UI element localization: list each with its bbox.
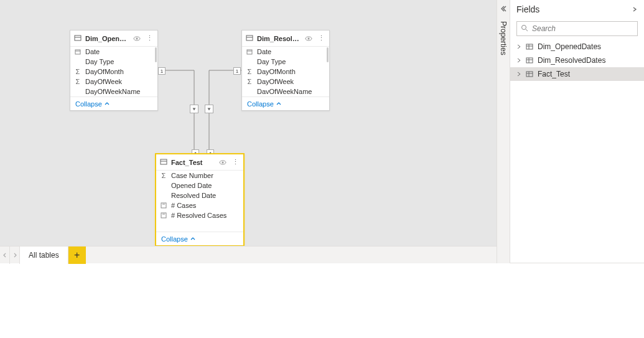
collapse-button[interactable]: Collapse xyxy=(70,96,157,110)
date-icon xyxy=(74,49,82,55)
fields-pane-title: Fields xyxy=(516,4,539,14)
collapse-chevron-icon[interactable] xyxy=(500,4,507,15)
table-icon xyxy=(525,43,534,50)
table-card-dim-opened[interactable]: Dim_OpenedDates ⋮ Date Day Type ΣDayOfMo… xyxy=(70,30,158,111)
field-row[interactable]: Day Type xyxy=(242,57,329,67)
table-title: Dim_OpenedDates xyxy=(85,35,129,42)
collapse-button[interactable]: Collapse xyxy=(156,232,243,245)
svg-rect-18 xyxy=(161,213,166,218)
table-title: Fact_Test xyxy=(171,159,215,166)
field-table-dim-opened[interactable]: Dim_OpenedDates xyxy=(510,40,644,54)
table-icon xyxy=(246,34,253,43)
chevron-right-icon xyxy=(516,44,521,49)
field-row[interactable]: Date xyxy=(70,47,157,57)
sigma-icon: Σ xyxy=(74,78,82,85)
search-input[interactable] xyxy=(532,24,633,33)
expand-chevron-icon[interactable] xyxy=(632,4,638,15)
sigma-icon: Σ xyxy=(246,78,253,85)
table-title: Dim_ResolvedDates xyxy=(257,35,301,42)
svg-rect-12 xyxy=(161,159,167,164)
svg-point-9 xyxy=(308,37,310,39)
svg-rect-0 xyxy=(75,35,81,40)
date-icon xyxy=(246,49,253,55)
cardinality-one: 1 xyxy=(158,67,166,75)
scrollbar[interactable] xyxy=(327,47,329,62)
table-icon xyxy=(525,57,534,64)
sigma-icon: Σ xyxy=(74,68,82,75)
svg-point-20 xyxy=(522,26,526,30)
chevron-right-icon xyxy=(516,72,521,77)
field-row[interactable]: Opened Date xyxy=(156,181,243,190)
field-row[interactable]: DayOfWeekName xyxy=(70,87,157,96)
svg-rect-4 xyxy=(75,50,80,54)
search-icon xyxy=(521,23,528,34)
search-box[interactable] xyxy=(516,21,638,36)
measure-icon xyxy=(160,202,167,209)
field-row[interactable]: Date xyxy=(242,47,329,57)
field-table-fact-test[interactable]: Fact_Test xyxy=(510,67,644,81)
field-row[interactable]: Resolved Date xyxy=(156,190,243,200)
svg-line-21 xyxy=(526,29,528,31)
svg-rect-10 xyxy=(247,50,252,54)
layout-tabs: All tables + xyxy=(0,246,497,263)
svg-rect-22 xyxy=(526,44,533,49)
collapse-button[interactable]: Collapse xyxy=(242,96,329,110)
measure-icon xyxy=(160,212,167,218)
properties-rail[interactable]: Properties xyxy=(497,0,510,263)
chevron-right-icon xyxy=(516,58,521,63)
tab-next-button[interactable] xyxy=(10,246,20,264)
field-row[interactable]: ΣDayOfMonth xyxy=(242,67,329,77)
field-row[interactable]: # Cases xyxy=(156,200,243,210)
visibility-icon[interactable] xyxy=(218,159,227,166)
svg-rect-25 xyxy=(526,58,533,63)
svg-rect-16 xyxy=(161,203,166,208)
filter-direction-icon xyxy=(205,105,213,113)
filter-direction-icon xyxy=(190,105,198,113)
model-canvas[interactable]: 1 1 * * Dim_OpenedDates ⋮ Date Day Type … xyxy=(0,0,497,246)
svg-rect-6 xyxy=(246,35,253,40)
table-icon xyxy=(74,34,82,43)
scrollbar[interactable] xyxy=(155,47,157,62)
svg-rect-28 xyxy=(526,72,533,77)
field-row[interactable]: DavOfWeekName xyxy=(242,87,329,96)
sigma-icon: Σ xyxy=(246,68,253,75)
svg-point-3 xyxy=(136,37,138,39)
table-card-dim-resolved[interactable]: Dim_ResolvedDates ⋮ Date Day Type ΣDayOf… xyxy=(241,30,330,111)
fields-pane: Fields Dim_OpenedDates Dim_ResolvedDates… xyxy=(510,0,644,263)
tab-prev-button[interactable] xyxy=(0,246,10,264)
more-icon[interactable]: ⋮ xyxy=(145,34,154,42)
sigma-icon: Σ xyxy=(160,172,167,179)
field-row[interactable]: Day Type xyxy=(70,57,157,67)
layout-tab-all[interactable]: All tables xyxy=(20,246,68,264)
visibility-icon[interactable] xyxy=(304,35,313,42)
add-layout-button[interactable]: + xyxy=(68,246,86,264)
field-row[interactable]: ΣDayOfWeek xyxy=(70,77,157,87)
more-icon[interactable]: ⋮ xyxy=(231,158,240,166)
more-icon[interactable]: ⋮ xyxy=(317,34,325,42)
field-row[interactable]: ΣCase Number xyxy=(156,171,243,181)
cardinality-one: 1 xyxy=(233,67,241,75)
field-row[interactable]: ΣDayOfWeek xyxy=(242,77,329,87)
svg-point-15 xyxy=(222,161,224,163)
table-card-fact-test[interactable]: Fact_Test ⋮ ΣCase Number Opened Date Res… xyxy=(156,154,244,246)
field-table-dim-resolved[interactable]: Dim_ResolvedDates xyxy=(510,54,644,67)
field-row[interactable]: # Resolved Cases xyxy=(156,210,243,220)
table-icon xyxy=(160,158,167,167)
visibility-icon[interactable] xyxy=(133,35,141,42)
table-icon xyxy=(525,70,534,78)
field-row[interactable]: ΣDayOfMonth xyxy=(70,67,157,77)
properties-label: Properties xyxy=(499,21,508,55)
